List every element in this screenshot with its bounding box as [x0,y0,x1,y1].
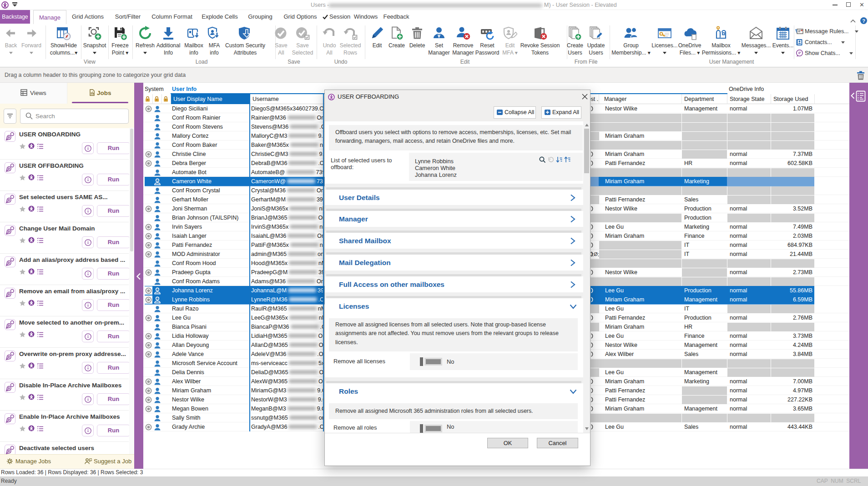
svg-text:?: ? [862,18,865,24]
